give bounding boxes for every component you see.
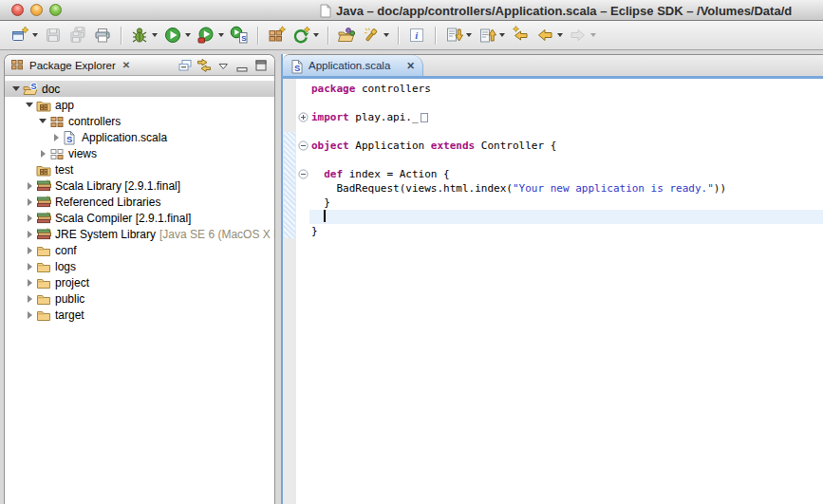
open-type-button[interactable] xyxy=(334,24,359,47)
code-token: Controller { xyxy=(475,140,556,152)
fold-column xyxy=(296,210,309,224)
view-menu-button[interactable] xyxy=(215,58,231,73)
print-button[interactable] xyxy=(90,24,115,47)
tree-item-public[interactable]: public xyxy=(5,290,274,307)
library-icon xyxy=(36,227,51,242)
tree-item-project[interactable]: project xyxy=(5,274,274,290)
disclosure-closed-icon[interactable] xyxy=(24,247,35,254)
dropdown-arrow-icon[interactable] xyxy=(218,33,224,37)
toolbar-separator xyxy=(435,27,436,45)
collapse-all-button[interactable] xyxy=(178,58,193,73)
close-view-button[interactable]: ✕ xyxy=(122,60,130,70)
fold-column xyxy=(296,124,309,139)
code-line: object Application extends Controller { xyxy=(296,139,823,153)
next-annotation-button[interactable] xyxy=(441,24,475,47)
fold-collapse-icon[interactable] xyxy=(296,167,309,181)
dropdown-arrow-icon[interactable] xyxy=(185,33,191,37)
code-token: )) xyxy=(714,182,726,195)
new-wizard-icon xyxy=(10,26,29,45)
fold-collapse-icon[interactable] xyxy=(296,139,309,153)
disclosure-closed-icon[interactable] xyxy=(24,182,35,190)
disclosure-closed-icon[interactable] xyxy=(24,311,35,319)
disclosure-closed-icon[interactable] xyxy=(24,198,35,206)
back-button[interactable] xyxy=(533,24,566,47)
tree-item-test[interactable]: test xyxy=(5,161,274,177)
open-type-icon xyxy=(337,26,356,45)
run-scala-application-button[interactable]: S xyxy=(227,24,252,47)
new-java-project-button[interactable] xyxy=(264,24,289,47)
disclosure-closed-icon[interactable] xyxy=(37,150,48,158)
fold-column xyxy=(296,82,309,96)
disclosure-open-icon[interactable] xyxy=(24,103,35,107)
annotation-ruler[interactable] xyxy=(283,79,296,504)
source-folder-icon xyxy=(36,98,51,113)
code-line-text: BadRequest(views.html.index("Your new ap… xyxy=(309,181,823,196)
disclosure-open-icon[interactable] xyxy=(10,86,22,91)
main-toolbar: Si xyxy=(0,21,823,50)
run-icon xyxy=(163,26,182,45)
dropdown-arrow-icon[interactable] xyxy=(32,33,38,37)
maximize-button[interactable] xyxy=(253,58,269,73)
disclosure-closed-icon[interactable] xyxy=(50,134,62,141)
tree-item-conf[interactable]: conf xyxy=(5,242,274,258)
disclosure-open-icon[interactable] xyxy=(37,119,48,123)
disclosure-closed-icon[interactable] xyxy=(24,279,35,287)
tree-item-target[interactable]: target xyxy=(5,307,274,323)
link-with-editor-button[interactable] xyxy=(196,58,212,73)
search-button[interactable] xyxy=(359,24,392,47)
dropdown-arrow-icon[interactable] xyxy=(383,33,389,37)
folder-icon xyxy=(36,243,51,258)
code-line-text xyxy=(309,124,823,139)
dropdown-arrow-icon[interactable] xyxy=(590,33,596,37)
svg-text:S: S xyxy=(31,82,37,91)
run-last-tool-button[interactable] xyxy=(194,24,227,47)
dropdown-arrow-icon[interactable] xyxy=(499,33,505,37)
tab-close-button[interactable]: ✕ xyxy=(406,60,415,71)
code-editor[interactable]: package controllersimport play.api._obje… xyxy=(296,79,823,504)
tree-item-referenced-libraries[interactable]: Referenced Libraries xyxy=(5,194,274,210)
tree-item-scala-library-2-9-1-final[interactable]: Scala Library [2.9.1.final] xyxy=(5,177,274,194)
new-wizard-button[interactable] xyxy=(8,24,41,47)
disclosure-closed-icon[interactable] xyxy=(24,215,35,222)
code-line: } xyxy=(296,224,823,238)
tree-item-jre-system-library[interactable]: JRE System Library[Java SE 6 (MacOS X De… xyxy=(5,226,274,242)
close-button[interactable] xyxy=(11,4,24,16)
run-button[interactable] xyxy=(160,24,194,47)
last-edit-location-button[interactable] xyxy=(508,24,533,47)
code-line-text: } xyxy=(309,196,823,210)
zoom-button[interactable] xyxy=(49,4,62,16)
disclosure-closed-icon[interactable] xyxy=(24,295,35,303)
tree-item-application-scala[interactable]: SApplication.scala xyxy=(5,129,274,145)
tree-item-views[interactable]: views xyxy=(5,145,274,161)
tree-item-scala-compiler-2-9-1-final[interactable]: Scala Compiler [2.9.1.final] xyxy=(5,210,274,226)
search-icon xyxy=(362,26,381,45)
window-controls xyxy=(11,4,62,16)
dropdown-arrow-icon[interactable] xyxy=(313,33,319,37)
debug-button[interactable] xyxy=(127,24,160,47)
disclosure-closed-icon[interactable] xyxy=(24,263,35,271)
tree-item-controllers[interactable]: controllers xyxy=(5,113,274,129)
previous-annotation-button[interactable] xyxy=(475,24,508,47)
disclosure-closed-icon[interactable] xyxy=(24,231,35,238)
tree-item-label: logs xyxy=(55,260,76,273)
refresh-button[interactable] xyxy=(289,24,322,47)
show-javadoc-button[interactable]: i xyxy=(404,24,429,47)
toolbar-separator xyxy=(257,27,258,45)
tree-item-logs[interactable]: logs xyxy=(5,258,274,274)
fold-expand-icon[interactable] xyxy=(296,110,309,124)
scala-file-icon: S xyxy=(63,130,78,145)
minimize-button[interactable] xyxy=(30,4,43,16)
code-line: package controllers xyxy=(296,82,823,96)
dropdown-arrow-icon[interactable] xyxy=(557,33,563,37)
tab-application-scala[interactable]: S Application.scala ✕ xyxy=(283,55,423,76)
package-explorer-tree[interactable]: SdocappcontrollersSApplication.scalaview… xyxy=(5,76,274,504)
save-all-button xyxy=(65,24,90,47)
last-edit-icon xyxy=(511,26,530,45)
minimize-button[interactable] xyxy=(234,58,250,73)
dropdown-arrow-icon[interactable] xyxy=(466,33,472,37)
titlebar[interactable]: Java – doc/app/controllers/Application.s… xyxy=(0,0,823,21)
dropdown-arrow-icon[interactable] xyxy=(152,33,158,37)
tree-item-app[interactable]: app xyxy=(5,97,274,113)
package-explorer-title: Package Explorer xyxy=(29,60,116,71)
tree-item-doc[interactable]: Sdoc xyxy=(5,81,274,97)
